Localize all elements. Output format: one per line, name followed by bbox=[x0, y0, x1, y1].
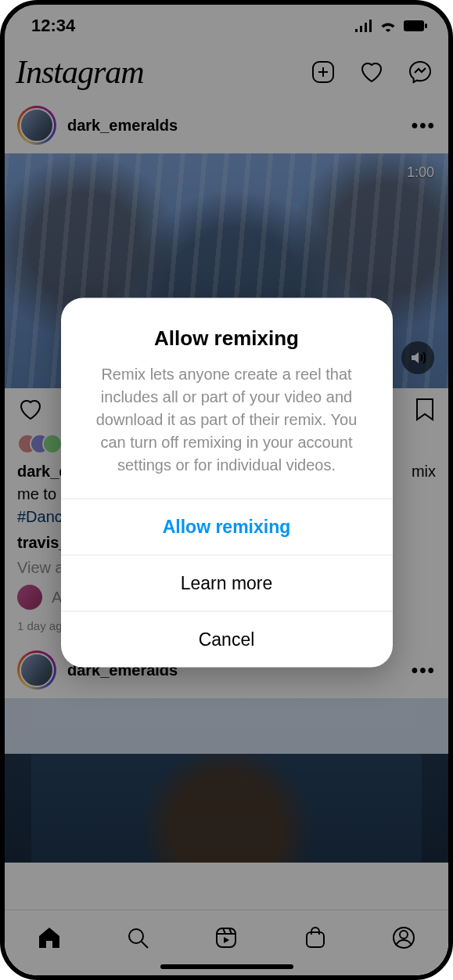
device-frame: 12:34 Instagram dark_emeralds ••• bbox=[0, 0, 453, 980]
screen: 12:34 Instagram dark_emeralds ••• bbox=[5, 5, 448, 975]
modal-description: Remix lets anyone create a reel that inc… bbox=[84, 363, 369, 477]
allow-remixing-button[interactable]: Allow remixing bbox=[61, 499, 393, 555]
learn-more-button[interactable]: Learn more bbox=[61, 555, 393, 611]
modal-body: Allow remixing Remix lets anyone create … bbox=[61, 298, 393, 499]
allow-remixing-modal: Allow remixing Remix lets anyone create … bbox=[61, 298, 393, 668]
cancel-button[interactable]: Cancel bbox=[61, 611, 393, 668]
modal-title: Allow remixing bbox=[84, 326, 369, 351]
